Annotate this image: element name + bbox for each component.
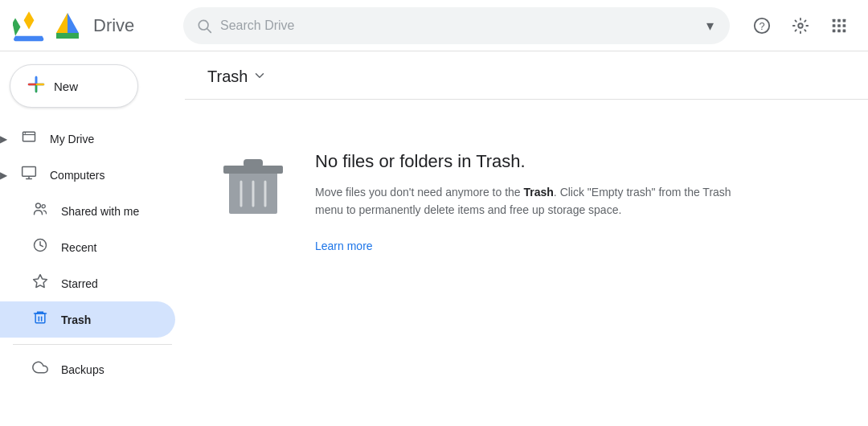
drive-logo-icon (13, 10, 45, 42)
svg-rect-11 (837, 18, 841, 22)
sidebar-item-computers-label: Computers (50, 169, 104, 182)
search-input[interactable] (220, 18, 695, 33)
topbar: Drive ▾ ? (0, 0, 868, 51)
sidebar-item-shared[interactable]: Shared with me (0, 193, 175, 229)
sidebar-item-trash-label: Trash (61, 313, 91, 326)
sidebar: New ▶ My Drive ▶ (0, 51, 185, 426)
expand-arrow-computers: ▶ (0, 170, 7, 181)
empty-state-text: No files or folders in Trash. Move files… (315, 148, 733, 256)
main-layout: New ▶ My Drive ▶ (0, 51, 868, 426)
sidebar-item-recent[interactable]: Recent (0, 229, 175, 265)
svg-rect-14 (837, 24, 841, 27)
svg-point-27 (25, 133, 27, 134)
help-button[interactable]: ? (746, 10, 778, 42)
search-dropdown-button[interactable]: ▾ (703, 17, 717, 35)
backups-icon (31, 359, 50, 379)
empty-state: No files or folders in Trash. Move files… (185, 100, 868, 304)
sidebar-item-starred[interactable]: Starred (0, 265, 175, 301)
svg-rect-13 (833, 24, 836, 27)
sidebar-item-computers[interactable]: ▶ Computers (0, 157, 175, 193)
shared-icon (31, 201, 50, 221)
new-button-label: New (54, 80, 78, 93)
learn-more-link[interactable]: Learn more (315, 240, 373, 252)
search-icon (196, 18, 212, 34)
sidebar-item-backups-label: Backups (61, 363, 104, 376)
svg-rect-28 (23, 167, 36, 177)
sidebar-item-shared-label: Shared with me (61, 205, 139, 218)
content-header: Trash (185, 51, 868, 100)
svg-rect-17 (837, 29, 841, 32)
logo-text: Drive (93, 15, 134, 36)
svg-marker-34 (34, 275, 47, 288)
starred-icon (31, 273, 50, 293)
sidebar-item-my-drive[interactable]: ▶ My Drive (0, 121, 175, 157)
content-title: Trash (207, 68, 267, 86)
svg-rect-16 (833, 29, 836, 32)
page-title: Trash (207, 68, 248, 86)
drive-logo-icon (51, 10, 84, 42)
my-drive-icon (19, 129, 39, 149)
plus-icon (27, 75, 46, 97)
svg-rect-35 (35, 313, 45, 323)
svg-text:?: ? (759, 19, 764, 31)
sidebar-item-my-drive-label: My Drive (50, 133, 94, 145)
sidebar-item-backups[interactable]: Backups (0, 351, 175, 387)
svg-marker-4 (56, 33, 79, 39)
sidebar-item-starred-label: Starred (61, 277, 98, 290)
content-area: Trash (185, 51, 868, 426)
svg-rect-18 (843, 29, 846, 32)
search-bar[interactable]: ▾ (183, 7, 730, 44)
empty-desc-part1: Move files you don't need anymore to the (315, 186, 524, 199)
topbar-actions: ? (746, 10, 855, 42)
help-icon: ? (753, 17, 771, 35)
svg-line-6 (207, 28, 211, 32)
empty-desc-bold: Trash (524, 186, 554, 199)
title-dropdown-button[interactable] (252, 68, 267, 86)
sidebar-divider (13, 344, 172, 345)
chevron-down-icon (252, 68, 267, 83)
svg-rect-10 (833, 18, 836, 22)
sidebar-item-recent-label: Recent (61, 241, 96, 254)
sidebar-item-trash[interactable]: Trash (0, 301, 175, 338)
computers-icon (19, 165, 39, 185)
svg-point-9 (798, 23, 803, 28)
svg-point-31 (36, 203, 41, 208)
apps-button[interactable] (823, 10, 855, 42)
trash-illustration-icon (217, 148, 289, 220)
expand-arrow-my-drive: ▶ (0, 133, 7, 145)
recent-icon (31, 237, 50, 257)
svg-rect-40 (244, 159, 263, 167)
svg-point-32 (42, 205, 45, 208)
svg-rect-12 (843, 18, 846, 22)
svg-rect-15 (843, 24, 846, 27)
settings-button[interactable] (784, 10, 817, 42)
empty-state-title: No files or folders in Trash. (315, 151, 733, 172)
trash-sidebar-icon (31, 309, 50, 330)
logo-area: Drive (13, 10, 174, 42)
gear-icon (792, 17, 809, 35)
empty-state-description: Move files you don't need anymore to the… (315, 183, 733, 256)
svg-marker-2 (56, 13, 68, 33)
apps-icon (830, 17, 848, 35)
svg-marker-3 (68, 13, 79, 33)
new-button[interactable]: New (10, 64, 138, 108)
